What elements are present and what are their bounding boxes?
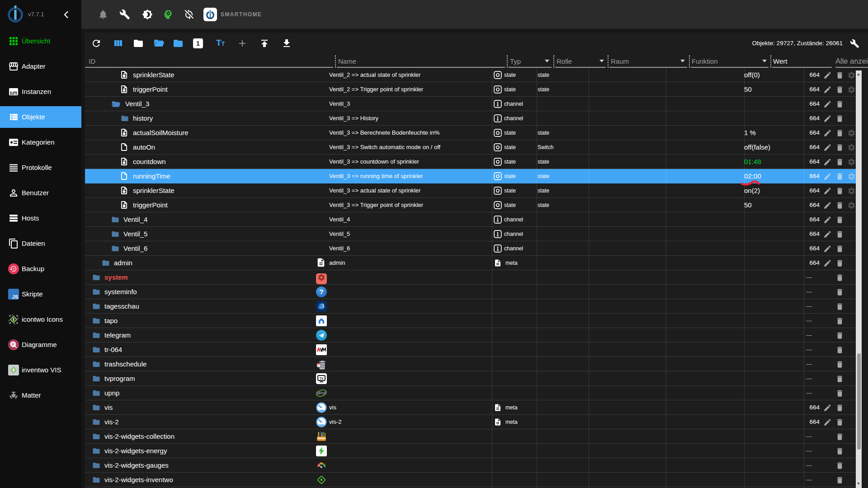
svg-text:TV: TV [320,377,324,380]
svg-text:UPnP: UPnP [316,391,327,395]
